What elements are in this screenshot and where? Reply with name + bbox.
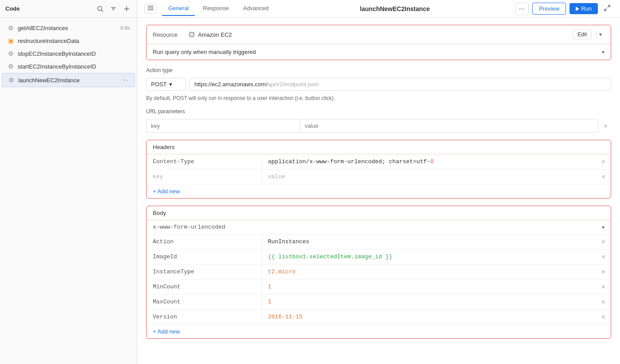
resource-edit-button[interactable]: Edit [573,30,592,39]
body-row-instancetype: InstanceType t2.micro × [147,264,611,280]
post-info-text: By default, POST will only run in respon… [146,95,611,101]
action-type-label: Action type [146,67,611,73]
sidebar: Code [0,0,137,364]
body-delete-maxcount[interactable]: × [596,296,611,308]
sidebar-header-icons [95,5,132,13]
sidebar-header: Code [0,0,137,18]
header-empty-value: value [262,169,596,184]
query-icon: ⚙ [7,50,14,57]
header-empty-row: key value × [147,169,611,184]
header-key: Content-Type [147,154,262,169]
topbar-actions: ··· Preview Run [515,3,613,15]
url-display[interactable]: https://ec2.amazonaws.com/ api/v2/endpoi… [190,78,611,91]
search-icon [97,6,103,12]
sidebar-item-restructureInstanceData[interactable]: ▣ restructureInstanceData [2,34,135,47]
plus-icon [124,6,130,12]
url-param-value-input[interactable] [300,119,598,133]
item-label: startEC2InstanceByInstanceID [18,63,130,70]
header-delete-button-0[interactable]: × [596,156,611,168]
trigger-row[interactable]: Run query only when manually triggered ▾ [147,44,611,60]
body-val-orange: 1 [268,284,271,290]
method-select[interactable]: POST ▾ [146,78,186,91]
sidebar-toggle-icon [147,5,154,11]
run-button[interactable]: Run [570,3,598,14]
body-val-green: {{ listbox1.selectedItem.image_id }} [268,253,392,260]
item-badge: 0.8s [120,25,130,31]
item-label: getAllEC2Instances [18,25,117,31]
main-content: Resource Amazon EC2 Edit ▾ Run query onl… [137,18,620,364]
body-val: t2.micro [262,264,596,279]
expand-button[interactable] [601,4,613,14]
trigger-caret-icon: ▾ [602,49,604,55]
header-val-highlight: 8 [430,158,434,165]
filter-icon [110,6,116,12]
query-icon: ⚙ [7,24,14,31]
body-val: RunInstances [262,234,596,249]
body-val: 1 [262,280,596,294]
header-delete-button-empty[interactable]: × [596,171,611,183]
svg-line-1 [101,10,103,11]
method-value: POST [151,81,167,88]
expand-icon [604,5,610,11]
topbar: General Response Advanced launchNewEC2In… [137,0,620,18]
body-delete-mincount[interactable]: × [596,281,611,293]
header-val-text: application/x-www-form-urlencoded; chars… [268,158,430,165]
body-val: 2016-11-15 [262,310,596,324]
item-label: restructureInstanceData [18,38,130,44]
item-label: stopEC2InstanceByInstanceID [18,50,130,57]
body-val-orange: 2016-11-15 [268,314,302,320]
body-type-row[interactable]: x-www-form-urlencoded ▾ [147,220,611,234]
body-title: Body [147,206,611,220]
query-icon: ⚙ [7,63,14,70]
body-key: Action [147,234,262,249]
sidebar-item-getAllEC2Instances[interactable]: ⚙ getAllEC2Instances 0.8s [2,22,135,34]
resource-name: Amazon EC2 [198,31,232,38]
item-more-button[interactable]: ··· [122,76,129,84]
header-value: application/x-www-form-urlencoded; chars… [262,154,596,169]
filter-button[interactable] [108,5,118,13]
body-delete-action[interactable]: × [596,236,611,248]
search-button[interactable] [95,5,105,13]
method-caret-icon: ▾ [169,81,172,88]
sidebar-item-startEC2InstanceByInstanceID[interactable]: ⚙ startEC2InstanceByInstanceID [2,60,135,73]
more-options-button[interactable]: ··· [515,3,529,15]
resource-value: Amazon EC2 [188,31,232,38]
preview-button[interactable]: Preview [532,3,566,15]
url-param-row: × [146,119,611,133]
body-row-maxcount: MaxCount 1 × [147,295,611,310]
body-add-new-button[interactable]: + Add new [147,325,186,338]
tab-response[interactable]: Response [197,1,235,16]
url-param-delete-button[interactable]: × [600,120,611,132]
tab-general[interactable]: General [162,1,195,16]
body-section: Body x-www-form-urlencoded ▾ Action RunI… [146,206,611,339]
amazon-ec2-icon [188,31,195,38]
url-path: api/v2/endpoint.json [267,81,319,88]
url-param-key-input[interactable] [146,119,300,133]
body-val-orange: 1 [268,299,271,305]
body-delete-imageid[interactable]: × [596,251,611,263]
url-params-section: URL parameters × [146,108,611,133]
headers-add-new-button[interactable]: + Add new [147,184,186,198]
sidebar-item-launchNewEC2Instance[interactable]: ⚙ launchNewEC2Instance ··· [2,73,135,87]
svg-rect-9 [147,10,154,11]
resource-row: Resource Amazon EC2 Edit ▾ [147,25,611,44]
run-label: Run [581,5,592,12]
body-delete-version[interactable]: × [596,311,611,323]
sidebar-title: Code [5,5,20,12]
header-empty-key: key [147,169,262,184]
sidebar-items-list: ⚙ getAllEC2Instances 0.8s ▣ restructureI… [0,18,137,364]
tab-advanced[interactable]: Advanced [237,1,275,16]
collapse-sidebar-button[interactable] [144,4,157,14]
sidebar-item-stopEC2InstanceByInstanceID[interactable]: ⚙ stopEC2InstanceByInstanceID [2,47,135,60]
url-params-label: URL parameters [146,108,611,115]
body-type-label: x-www-form-urlencoded [153,224,602,230]
body-delete-instancetype[interactable]: × [596,266,611,278]
action-type-row: POST ▾ https://ec2.amazonaws.com/ api/v2… [146,78,611,91]
resource-section: Resource Amazon EC2 Edit ▾ Run query onl… [146,25,611,60]
query-title: launchNewEC2Instance [277,5,513,12]
trigger-text: Run query only when manually triggered [153,49,602,55]
add-query-button[interactable] [122,5,132,13]
resource-edit-caret-button[interactable]: ▾ [596,30,604,39]
run-play-icon [576,7,579,11]
query-icon: ⚙ [8,77,15,84]
